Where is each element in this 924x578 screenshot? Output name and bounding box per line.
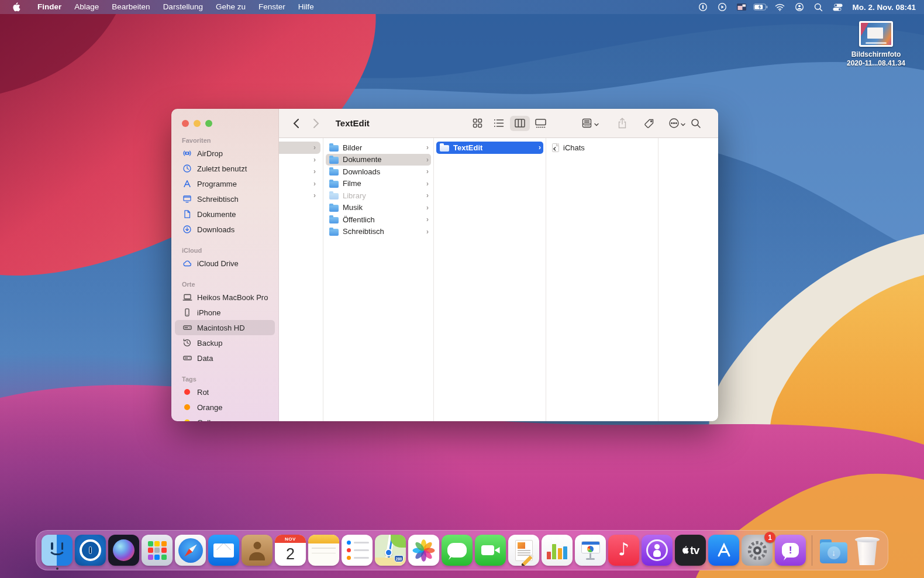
- menu-finder[interactable]: Finder: [31, 0, 68, 14]
- menu-bar-clock[interactable]: Mo. 2. Nov. 08:41: [852, 3, 916, 12]
- column-view-button[interactable]: [510, 116, 530, 131]
- dock-messages[interactable]: [440, 530, 474, 570]
- sidebar-item-orange[interactable]: Orange: [175, 400, 275, 415]
- sidebar-item-dokumente[interactable]: Dokumente: [175, 207, 275, 222]
- folder-row-library[interactable]: Library›: [326, 190, 431, 202]
- dock-appletv[interactable]: tv: [674, 530, 707, 570]
- display-icon[interactable]: [732, 0, 751, 14]
- control-center-icon[interactable]: [828, 0, 847, 14]
- battery-charging-icon[interactable]: [751, 0, 770, 14]
- zoom-button[interactable]: [205, 120, 212, 127]
- dock-contacts[interactable]: [240, 530, 274, 570]
- parent-column-row[interactable]: ›: [279, 190, 320, 202]
- tag-color-dot: [184, 389, 190, 395]
- tags-button[interactable]: [640, 116, 658, 131]
- folder-icon: [329, 229, 339, 236]
- menu-darstellung[interactable]: Darstellung: [157, 0, 209, 14]
- maps-shield: 280: [394, 555, 404, 562]
- menu-fenster[interactable]: Fenster: [252, 0, 292, 14]
- sidebar-item-schreibtisch[interactable]: Schreibtisch: [175, 191, 275, 207]
- folder-row-textedit[interactable]: TextEdit›: [436, 142, 543, 154]
- dock-keynote[interactable]: [574, 530, 607, 570]
- wifi-icon[interactable]: [770, 0, 789, 14]
- parent-column-row[interactable]: ›: [279, 154, 320, 166]
- sidebar-item-data[interactable]: Data: [175, 350, 275, 366]
- folder-row-bilder[interactable]: Bilder›: [326, 142, 431, 154]
- sidebar-item-gelb[interactable]: Gelb: [175, 415, 275, 421]
- sidebar-item-macintosh-hd[interactable]: Macintosh HD: [175, 320, 275, 335]
- list-view-button[interactable]: [489, 116, 509, 131]
- desktop-screenshot-icon[interactable]: Bildschirmfoto 2020-11...08.41.34: [839, 21, 913, 68]
- menu-gehe-zu[interactable]: Gehe zu: [209, 0, 252, 14]
- sidebar-item-zuletzt-benutzt[interactable]: Zuletzt benutzt: [175, 161, 275, 176]
- close-button[interactable]: [182, 120, 189, 127]
- dock-notes[interactable]: [307, 530, 340, 570]
- dock-1password[interactable]: [74, 530, 107, 570]
- dock-launchpad[interactable]: [140, 530, 174, 570]
- forward-button[interactable]: [308, 115, 323, 132]
- sidebar-item-rot[interactable]: Rot: [175, 384, 275, 400]
- folder-row-downloads[interactable]: Downloads›: [326, 166, 431, 178]
- menu-hilfe[interactable]: Hilfe: [292, 0, 320, 14]
- share-button[interactable]: [613, 116, 632, 131]
- sidebar-item-heikos-macbook-pro[interactable]: Heikos MacBook Pro: [175, 290, 275, 305]
- dock-music[interactable]: ♪: [607, 530, 640, 570]
- sidebar-item-iphone[interactable]: iPhone: [175, 305, 275, 320]
- sidebar-item-icloud-drive[interactable]: iCloud Drive: [175, 256, 275, 271]
- parent-column-row[interactable]: ›: [279, 166, 320, 178]
- more-actions-button[interactable]: [668, 116, 687, 131]
- dock-feedback-assistant[interactable]: !: [774, 530, 807, 570]
- desktop: FinderAblageBearbeitenDarstellungGehe zu…: [0, 0, 924, 578]
- icon-view-button[interactable]: [468, 116, 488, 131]
- menu-bearbeiten[interactable]: Bearbeiten: [105, 0, 156, 14]
- sidebar-item-label: Gelb: [197, 418, 213, 422]
- dock-numbers[interactable]: [540, 530, 574, 570]
- dock-calendar[interactable]: NOV2: [274, 530, 307, 570]
- sidebar-item-programme[interactable]: Programme: [175, 176, 275, 191]
- search-button[interactable]: [687, 116, 705, 131]
- hdd-icon: [182, 353, 192, 363]
- circled-bar-icon[interactable]: [693, 0, 712, 14]
- gallery-view-button[interactable]: [531, 116, 551, 131]
- sidebar-item-label: Heikos MacBook Pro: [197, 293, 268, 302]
- sidebar-item-label: Rot: [197, 388, 209, 397]
- folder-row-filme[interactable]: Filme›: [326, 178, 431, 190]
- user-circle-icon[interactable]: [789, 0, 809, 14]
- dock-safari[interactable]: [174, 530, 207, 570]
- folder-icon: [329, 169, 339, 176]
- file-row-ichats[interactable]: iChats: [549, 142, 656, 154]
- sidebar-item-label: iCloud Drive: [197, 259, 239, 268]
- folder-row-musik[interactable]: Musik›: [326, 202, 431, 214]
- chevron-right-icon: ›: [426, 227, 429, 236]
- dock-podcasts[interactable]: [640, 530, 674, 570]
- sidebar-item-backup[interactable]: Backup: [175, 335, 275, 350]
- folder-row-schreibtisch[interactable]: Schreibtisch›: [326, 226, 431, 238]
- menu-ablage[interactable]: Ablage: [68, 0, 105, 14]
- spotlight-search-icon[interactable]: [809, 0, 828, 14]
- dock-facetime[interactable]: [474, 530, 507, 570]
- apple-menu-icon[interactable]: [12, 2, 20, 12]
- minimize-button[interactable]: [194, 120, 201, 127]
- dock-reminders[interactable]: [340, 530, 374, 570]
- dock-finder[interactable]: [40, 530, 74, 570]
- sidebar-section-favoriten: Favoriten: [171, 137, 278, 144]
- dock-photos[interactable]: [407, 530, 440, 570]
- parent-column-row[interactable]: ›: [279, 178, 320, 190]
- sidebar-item-airdrop[interactable]: AirDrop: [175, 146, 275, 161]
- sidebar-item-label: Downloads: [197, 225, 235, 234]
- dock-pages[interactable]: [507, 530, 540, 570]
- dock-downloads-folder[interactable]: ↓: [817, 530, 850, 570]
- play-circle-icon[interactable]: [712, 0, 732, 14]
- dock-system-preferences[interactable]: 1: [740, 530, 774, 570]
- dock-trash[interactable]: [850, 530, 884, 570]
- folder-row-dokumente[interactable]: Dokumente›: [326, 154, 431, 166]
- parent-column-row[interactable]: ›: [279, 142, 320, 154]
- sidebar-item-downloads[interactable]: Downloads: [175, 222, 275, 237]
- folder-row-öffentlich[interactable]: Öffentlich›: [326, 214, 431, 226]
- dock-siri[interactable]: [107, 530, 140, 570]
- dock-appstore[interactable]: [707, 530, 740, 570]
- dock-mail[interactable]: [207, 530, 240, 570]
- back-button[interactable]: [288, 115, 304, 132]
- dock-maps[interactable]: 280: [374, 530, 407, 570]
- group-by-button[interactable]: [581, 116, 600, 131]
